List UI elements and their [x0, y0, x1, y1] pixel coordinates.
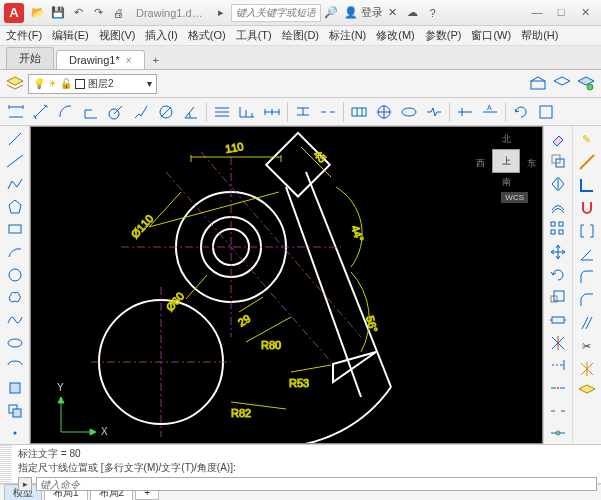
wcs-label[interactable]: WCS — [501, 192, 528, 203]
construction-line-icon[interactable] — [575, 151, 599, 173]
dim-continue-icon[interactable] — [260, 100, 284, 124]
dim-break-icon[interactable] — [316, 100, 340, 124]
trim-icon[interactable] — [546, 332, 570, 354]
command-input[interactable] — [36, 477, 597, 491]
menu-draw[interactable]: 绘图(D) — [282, 28, 319, 43]
redo-icon[interactable]: ↷ — [89, 4, 107, 22]
dim-tedit-icon[interactable]: A — [478, 100, 502, 124]
dim-space-icon[interactable] — [291, 100, 315, 124]
layer-state-icon[interactable] — [527, 73, 549, 95]
menu-edit[interactable]: 编辑(E) — [52, 28, 89, 43]
new-tab-button[interactable]: + — [147, 51, 165, 69]
offset-icon[interactable] — [546, 196, 570, 218]
view-cube[interactable]: 北 南 东 西 上 WCS — [476, 133, 536, 203]
rotate-icon[interactable] — [546, 264, 570, 286]
restore-button[interactable]: □ — [549, 6, 573, 19]
dim-ordinate-icon[interactable] — [79, 100, 103, 124]
ellipse-tool-icon[interactable] — [3, 332, 27, 354]
exchange-icon[interactable]: ✕ — [384, 4, 402, 22]
rectangle-tool-icon[interactable] — [3, 219, 27, 241]
layer-properties-icon[interactable] — [4, 73, 26, 95]
ellipse-arc-icon[interactable] — [3, 354, 27, 376]
parallel-icon[interactable] — [575, 312, 599, 334]
command-chevron-icon[interactable]: ▸ — [18, 477, 32, 491]
magnet-icon[interactable] — [575, 197, 599, 219]
dim-quick-icon[interactable] — [210, 100, 234, 124]
search-input[interactable] — [231, 4, 321, 22]
print-icon[interactable]: 🖨 — [109, 4, 127, 22]
app-icon[interactable]: A — [4, 3, 24, 23]
layer-combo[interactable]: 💡 ☀ 🔓 图层2 ▾ — [28, 74, 157, 94]
inspect-icon[interactable] — [397, 100, 421, 124]
xline-tool-icon[interactable] — [3, 151, 27, 173]
dim-style-icon[interactable] — [534, 100, 558, 124]
menu-modify[interactable]: 修改(M) — [376, 28, 415, 43]
viewcube-top[interactable]: 上 — [492, 149, 520, 173]
cloud-icon[interactable]: ☁ — [404, 4, 422, 22]
open-icon[interactable]: 📂 — [29, 4, 47, 22]
center-mark-icon[interactable] — [372, 100, 396, 124]
fillet-icon[interactable] — [575, 266, 599, 288]
menu-view[interactable]: 视图(V) — [99, 28, 136, 43]
break-icon[interactable] — [546, 400, 570, 422]
menu-help[interactable]: 帮助(H) — [521, 28, 558, 43]
erase-icon[interactable] — [546, 128, 570, 150]
dim-update-icon[interactable] — [509, 100, 533, 124]
dim-baseline-icon[interactable] — [235, 100, 259, 124]
pencil-icon[interactable]: ✎ — [575, 128, 599, 150]
user-icon[interactable]: 👤 — [342, 4, 360, 22]
dim-edit-icon[interactable] — [453, 100, 477, 124]
login-link[interactable]: 登录 — [361, 5, 383, 20]
help-icon[interactable]: ? — [424, 4, 442, 22]
array-icon[interactable] — [546, 219, 570, 241]
menu-parametric[interactable]: 参数(P) — [425, 28, 462, 43]
break-point-icon[interactable] — [546, 377, 570, 399]
layer-match-icon[interactable] — [575, 381, 599, 403]
menu-format[interactable]: 格式(O) — [188, 28, 226, 43]
dim-jogged-icon[interactable] — [129, 100, 153, 124]
arc-tool-icon[interactable] — [3, 241, 27, 263]
dim-linear-icon[interactable] — [4, 100, 28, 124]
close-button[interactable]: ✕ — [573, 6, 597, 19]
layer-iso-icon[interactable] — [551, 73, 573, 95]
close-tab-icon[interactable]: × — [126, 55, 132, 66]
point-tool-icon[interactable] — [3, 422, 27, 444]
tolerance-icon[interactable] — [347, 100, 371, 124]
search-go-icon[interactable]: 🔎 — [322, 4, 340, 22]
command-bar-handle[interactable] — [0, 445, 12, 483]
dropdown-icon[interactable]: ▸ — [212, 4, 230, 22]
layer-prev-icon[interactable] — [575, 73, 597, 95]
move-icon[interactable] — [546, 241, 570, 263]
dim-angular-icon[interactable] — [179, 100, 203, 124]
stretch-icon[interactable] — [546, 309, 570, 331]
scissors-icon[interactable]: ✂ — [575, 335, 599, 357]
line-tool-icon[interactable] — [3, 128, 27, 150]
menu-file[interactable]: 文件(F) — [6, 28, 42, 43]
dim-aligned-icon[interactable] — [29, 100, 53, 124]
dim-jog-line-icon[interactable] — [422, 100, 446, 124]
insert-block-icon[interactable] — [3, 377, 27, 399]
tab-drawing[interactable]: Drawing1*× — [56, 50, 145, 69]
bracket-icon[interactable] — [575, 220, 599, 242]
undo-icon[interactable]: ↶ — [69, 4, 87, 22]
polyline-tool-icon[interactable] — [3, 173, 27, 195]
dim-diameter-icon[interactable] — [154, 100, 178, 124]
scale-icon[interactable] — [546, 286, 570, 308]
chamfer-icon[interactable] — [575, 289, 599, 311]
menu-tools[interactable]: 工具(T) — [236, 28, 272, 43]
minimize-button[interactable]: — — [525, 6, 549, 19]
tab-start[interactable]: 开始 — [6, 47, 54, 69]
circle-tool-icon[interactable] — [3, 264, 27, 286]
revcloud-tool-icon[interactable] — [3, 286, 27, 308]
dim-arc-icon[interactable] — [54, 100, 78, 124]
spline-tool-icon[interactable] — [3, 309, 27, 331]
explode-icon[interactable] — [575, 358, 599, 380]
angle-snap-icon[interactable] — [575, 243, 599, 265]
menu-dimension[interactable]: 标注(N) — [329, 28, 366, 43]
mirror-icon[interactable] — [546, 173, 570, 195]
right-angle-icon[interactable] — [575, 174, 599, 196]
copy-icon[interactable] — [546, 151, 570, 173]
dim-radius-icon[interactable] — [104, 100, 128, 124]
extend-icon[interactable] — [546, 354, 570, 376]
join-icon[interactable] — [546, 422, 570, 444]
